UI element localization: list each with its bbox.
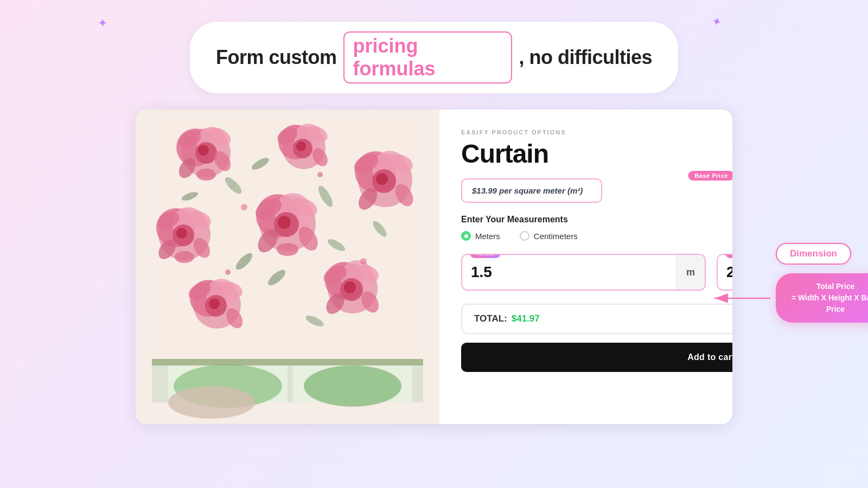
svg-rect-80 [152,359,423,365]
base-price-area: Base Price [461,178,732,203]
dimension-inputs: Width m Height m [461,254,732,291]
svg-point-85 [168,386,255,419]
annotation-arrow [708,287,773,309]
sparkle-left: ✦ [98,16,107,30]
unit-radio-group: Meters Centimeters [461,231,732,241]
product-title: Curtain [461,139,732,169]
svg-point-75 [241,204,247,210]
svg-point-77 [360,258,367,265]
header-highlight-box: pricing formulas [343,31,513,84]
svg-point-24 [376,173,388,185]
centimeters-radio-dot [520,231,529,241]
product-image [136,110,439,424]
centimeters-label: Centimeters [534,232,578,241]
meters-label: Meters [475,232,500,241]
width-label: Width [470,254,501,258]
svg-point-61 [344,281,356,293]
height-input[interactable] [718,255,732,290]
svg-point-11 [196,169,216,181]
header-text-after: , no difficulties [519,46,652,69]
width-field: Width m [461,254,706,291]
svg-point-6 [198,145,209,156]
dimension-pill: Dimension [776,243,851,265]
formula-line1: Total Price [788,281,868,292]
svg-point-38 [175,251,194,263]
svg-point-76 [317,172,323,177]
svg-point-78 [225,269,231,275]
formula-line2: = Width X Height X Base Price [788,292,868,315]
svg-point-84 [304,365,401,407]
centimeters-radio[interactable]: Centimeters [520,231,578,241]
header-banner: Form custom pricing formulas , no diffic… [190,22,678,93]
main-card: EASIFY PRODUCT OPTIONS Curtain Base Pric… [136,110,732,424]
meters-radio[interactable]: Meters [461,231,500,241]
sparkle-right: ✦ [710,14,724,31]
svg-point-48 [277,243,298,256]
measurements-label: Enter Your Measurements [461,215,732,224]
base-price-input[interactable] [461,178,602,203]
formula-pill: Total Price = Width X Height X Base Pric… [776,273,868,323]
add-to-cart-button[interactable]: Add to cart [461,343,732,372]
width-unit: m [676,255,705,290]
meters-radio-dot [461,231,471,241]
width-input[interactable] [462,255,676,290]
base-price-badge: Base Price [688,171,732,181]
svg-point-53 [209,298,220,309]
svg-point-16 [296,142,306,151]
svg-point-33 [176,228,187,239]
total-label: TOTAL: [474,313,507,324]
easify-label: EASIFY PRODUCT OPTIONS [461,129,732,136]
total-amount: $41.97 [512,313,540,324]
product-image-container [136,110,439,424]
height-field: Height m [717,254,732,291]
svg-point-43 [278,216,291,229]
total-box: TOTAL: $41.97 [461,304,732,334]
product-details: EASIFY PRODUCT OPTIONS Curtain Base Pric… [439,110,732,424]
header-highlight-text: pricing formulas [353,35,436,80]
header-text-before: Form custom [216,46,337,69]
